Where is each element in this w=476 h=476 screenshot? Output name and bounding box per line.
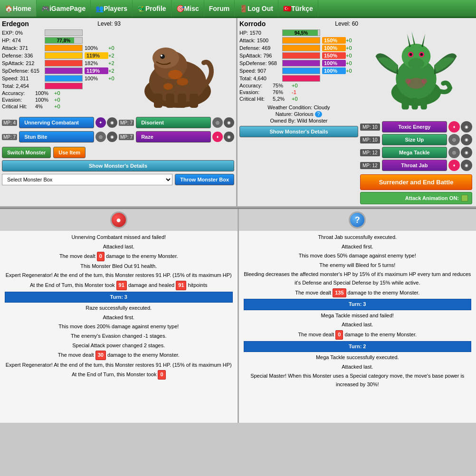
svg-point-18 [405, 78, 410, 84]
use-item-button[interactable]: Use Item [53, 147, 86, 158]
right-move-2-row: MP: 10 Size Up ◎ ◉ [360, 134, 472, 145]
left-move-2-btn[interactable]: Disorient [136, 117, 211, 128]
right-move-2-type-icon: ◎ [448, 134, 460, 145]
left-move-4-btn[interactable]: Raze [136, 131, 211, 143]
left-evasion-val: 100% [35, 97, 54, 103]
nav-players[interactable]: 👥 Players [91, 0, 133, 17]
svg-point-3 [152, 48, 179, 68]
left-move-3-btn[interactable]: Stun Bite [19, 131, 94, 143]
right-move-2-btn[interactable]: Size Up [382, 134, 447, 145]
igamepage-icon: 🎮 [41, 5, 49, 12]
right-evasion-mod: -1 [292, 89, 304, 95]
svg-rect-7 [154, 94, 162, 108]
left-speed-mod: +0 [108, 76, 120, 81]
left-monster-box-area: Select Monster Box Throw Monster Box [2, 174, 234, 185]
right-spattack-mod: +0 [346, 53, 358, 58]
svg-rect-8 [166, 94, 174, 108]
right-monster-sprite [371, 20, 461, 120]
nature-info: Nature: Glorious ? [239, 111, 358, 117]
log-line: Attacked first. [5, 314, 233, 322]
right-move-4-category-icon: ◉ [461, 160, 472, 171]
nav-turkish[interactable]: 🇹🇷 Türkçe [278, 0, 318, 17]
left-log-content[interactable]: Unnerving Combatant missed and failed! A… [0, 231, 238, 423]
right-move-1-row: MP: 10 Toxic Energy ♦ ◉ [360, 121, 472, 133]
right-move-4-btn[interactable]: Throat Jab [382, 160, 447, 171]
left-move-1-mp: MP: 4 [2, 120, 17, 126]
svg-point-19 [421, 78, 427, 84]
left-show-details-button[interactable]: Show Monster's Details [2, 160, 234, 171]
right-hp-pct: 94,5% [283, 30, 320, 36]
left-move-1-type-icon: ✦ [95, 117, 106, 128]
log-line: Expert Regenerator! At the end of the tu… [5, 361, 233, 370]
switch-monster-button[interactable]: Switch Monster [2, 147, 51, 158]
right-total-bar [282, 75, 320, 82]
left-defense-bar [45, 52, 83, 59]
nav-forum[interactable]: Forum [204, 0, 235, 17]
svg-point-12 [161, 55, 162, 57]
left-move-4-row: MP: 7 Raze ♦ ◉ [119, 131, 234, 143]
svg-point-4 [168, 70, 182, 79]
left-move-2-category-icon: ◉ [224, 117, 234, 128]
turn-divider: Turn: 3 [5, 292, 233, 303]
nav-home[interactable]: 🏠 Home [0, 0, 37, 17]
left-evasion-mod: +0 [54, 97, 66, 103]
damage-value: 30 [95, 351, 106, 360]
right-monster-area: MP: 10 Toxic Energy ♦ ◉ MP: 10 Size Up ◎… [358, 20, 474, 204]
nav-logout[interactable]: 🚪 Log Out [235, 0, 278, 17]
right-critical-mod: +0 [292, 96, 304, 102]
surrender-button[interactable]: Surrender and End Battle [360, 174, 472, 190]
logout-icon: 🚪 [239, 5, 248, 12]
nav-igamepage[interactable]: 🎮 iGamePage [37, 0, 91, 17]
left-critical-val: 4% [35, 104, 54, 109]
left-monster-name: Erdegon [2, 20, 29, 28]
svg-rect-10 [190, 94, 198, 108]
left-move-1-category-icon: ◉ [107, 117, 117, 128]
nature-badge[interactable]: ? [315, 111, 323, 117]
right-spattack-pct: 150% [322, 52, 346, 59]
animation-checkbox[interactable] [461, 195, 468, 201]
navbar: 🏠 Home 🎮 iGamePage 👥 Players 🐲 Profile 🎯… [0, 0, 476, 18]
right-move-1-btn[interactable]: Toxic Energy [382, 121, 447, 133]
log-line: Attacked last. [244, 321, 472, 329]
right-log-content[interactable]: Throat Jab successfully executed. Attack… [239, 231, 476, 423]
left-spattack-bar [45, 60, 83, 67]
throw-monster-box-button[interactable]: Throw Monster Box [175, 174, 234, 185]
log-line: Attacked last. [5, 243, 233, 251]
left-speed-label: Speed: 311 [2, 76, 45, 81]
nav-profile[interactable]: 🐲 Profile [133, 0, 171, 17]
right-critical-label: Critical Hit: [239, 96, 273, 102]
left-attack-bar [45, 45, 83, 51]
left-hp-bar: 77,8% [45, 37, 83, 44]
right-spdefense-label: SpDefense: 968 [239, 60, 282, 66]
log-line: The move dealt 135 damage to the enemy M… [244, 288, 472, 298]
left-log-icon: ● [110, 211, 127, 228]
left-move-3-mp: MP: 7 [2, 134, 17, 140]
right-accuracy-label: Accuracy: [239, 83, 273, 88]
damage-value: 0 [335, 330, 343, 340]
right-speed-bar [282, 67, 320, 74]
left-spdefense-bar [45, 67, 83, 74]
left-move-1-btn[interactable]: Unnerving Combatant [19, 117, 94, 128]
turn-divider: Turn: 2 [244, 341, 472, 352]
right-spdefense-bar [282, 60, 320, 67]
log-line: Attacked first. [244, 243, 472, 251]
right-move-2-mp: MP: 10 [360, 136, 380, 143]
right-move-3-category-icon: ◉ [461, 147, 472, 158]
left-spdefense-label: SpDefense: 615 [2, 68, 45, 74]
left-total-bar [45, 83, 83, 89]
right-critical-val: 5,2% [273, 96, 292, 102]
left-attack-label: Attack: 371 [2, 45, 45, 51]
svg-point-11 [160, 54, 165, 59]
left-critical-label: Critical Hit: [2, 104, 35, 109]
nav-misc[interactable]: 🎯 Misc [171, 0, 204, 17]
right-move-3-btn[interactable]: Mega Tackle [382, 147, 447, 158]
left-total-label: Total: 2,454 [2, 83, 45, 89]
right-spdefense-mod: +0 [346, 60, 358, 66]
select-monster-box-dropdown[interactable]: Select Monster Box [2, 174, 172, 185]
right-show-details-button[interactable]: Show Monster's Details [239, 126, 358, 137]
home-icon: 🏠 [5, 5, 13, 12]
right-move-3-mp: MP: 12 [360, 149, 380, 156]
svg-rect-9 [178, 94, 186, 108]
left-accuracy-val: 100% [35, 90, 54, 96]
log-line: This move does 200% damage against enemy… [5, 323, 233, 331]
